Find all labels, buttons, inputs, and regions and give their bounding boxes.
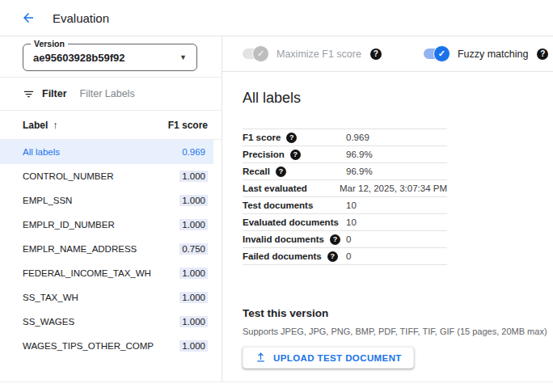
test-version-section: Test this version Supports JPEG, JPG, PN… [243,307,553,369]
metric-label: Evaluated documents [243,217,339,227]
checkmark-icon: ✓ [438,48,445,59]
table-row[interactable]: All labels 0.969 [0,140,213,164]
table-row[interactable]: CONTROL_NUMBER 1.000 [0,164,213,188]
help-icon[interactable]: ? [286,133,297,143]
metric-row: Evaluated documents 10 [243,214,447,231]
metric-value: 96.9% [346,166,373,176]
metric-label: Test documents [243,200,313,210]
help-icon[interactable]: ? [290,150,301,160]
page-title: Evaluation [53,11,109,25]
metric-row: Failed documents ? 0 [243,248,447,265]
toggle-knob: ✓ [252,45,269,62]
table-row[interactable]: EMPLR_ID_NUMBER 1.000 [0,213,213,237]
metric-row: F1 score ? 0.969 [243,129,447,146]
metric-value: 10 [346,217,357,227]
row-score: 1.000 [179,292,208,303]
supported-formats-text: Supports JPEG, JPG, PNG, BMP, PDF, TIFF,… [243,327,553,336]
row-label: SS_WAGES [23,317,74,327]
help-icon[interactable]: ? [276,166,286,177]
fuzzy-matching-label: Fuzzy matching [458,48,529,60]
row-score: 0.750 [179,243,208,255]
toggle-knob: ✓ [433,45,450,62]
table-row[interactable]: SS_TAX_WH 1.000 [0,285,213,310]
filter-input[interactable] [80,88,185,99]
maximize-f1-toggle: ✓ [243,48,267,59]
metric-label: Last evaluated [243,183,307,193]
row-label: EMPLR_NAME_ADDRESS [23,244,137,254]
checkmark-icon: ✓ [257,48,264,59]
metric-label: F1 score [243,133,281,142]
help-icon[interactable]: ? [370,48,382,60]
dropdown-caret-icon: ▼ [179,53,187,61]
filter-label: Filter [42,88,67,99]
maximize-f1-label: Maximize F1 score [276,48,361,60]
metric-value: Mar 12, 2025, 3:07:34 PM [340,183,447,193]
upload-test-document-button[interactable]: UPLOAD TEST DOCUMENT [243,347,414,369]
row-label: All labels [23,147,60,157]
metrics-table: F1 score ? 0.969 Precision ? 96.9% Recal… [243,129,447,265]
label-column-sort[interactable]: Label↑ [23,119,58,131]
back-button[interactable] [20,10,36,26]
details-panel: ✓ Maximize F1 score ? ✓ Fuzzy matching ?… [222,36,553,381]
row-label: CONTROL_NUMBER [23,171,113,181]
row-score: 1.000 [179,268,208,279]
labels-table: All labels 0.969 CONTROL_NUMBER 1.000 EM… [0,140,222,358]
metric-value: 96.9% [346,150,373,159]
upload-icon [255,352,267,364]
row-label: EMPLR_ID_NUMBER [23,220,115,230]
back-arrow-icon [21,11,36,25]
upload-button-label: UPLOAD TEST DOCUMENT [273,353,402,363]
details-heading: All labels [243,90,553,107]
row-score: 1.000 [179,219,208,230]
metric-row: Invalid documents ? 0 [243,231,447,248]
filter-bar[interactable]: Filter [0,78,222,111]
sort-ascending-icon: ↑ [53,119,58,131]
fuzzy-matching-toggle[interactable]: ✓ [424,48,448,59]
table-row[interactable]: EMPLR_NAME_ADDRESS 0.750 [0,237,213,261]
metric-value: 0 [346,234,351,244]
labels-table-header: Label↑ F1 score [0,111,222,140]
help-icon[interactable]: ? [330,234,340,245]
metric-row: Last evaluated Mar 12, 2025, 3:07:34 PM [243,180,447,197]
test-version-heading: Test this version [243,307,553,319]
row-label: EMPL_SSN [23,196,72,205]
metric-value: 0 [346,251,351,261]
labels-sidebar: Version ae95603928b59f92 ▼ Filter Label↑… [0,36,222,381]
help-icon[interactable]: ? [537,48,548,60]
metric-value: 10 [346,200,357,210]
help-icon[interactable]: ? [327,251,338,262]
version-select-label: Version [31,39,68,48]
version-select[interactable]: Version ae95603928b59f92 ▼ [23,44,197,71]
metric-row: Recall ? 96.9% [243,163,447,180]
version-section: Version ae95603928b59f92 ▼ [0,36,222,78]
table-row[interactable]: SS_WAGES 1.000 [0,310,213,334]
toggle-bar: ✓ Maximize F1 score ? ✓ Fuzzy matching ? [222,36,553,72]
metric-row: Test documents 10 [243,197,447,214]
table-row[interactable]: FEDERAL_INCOME_TAX_WH 1.000 [0,261,213,285]
page-header: Evaluation [0,0,553,36]
metric-value: 0.969 [346,133,369,142]
row-score: 1.000 [179,171,208,182]
row-score: 1.000 [179,316,208,327]
metric-label: Recall [243,166,270,176]
metric-label: Invalid documents [243,234,324,244]
table-row[interactable]: WAGES_TIPS_OTHER_COMP 1.000 [0,334,213,358]
table-row[interactable]: EMPL_SSN 1.000 [0,188,213,213]
row-label: SS_TAX_WH [23,293,78,302]
row-label: WAGES_TIPS_OTHER_COMP [23,341,154,351]
row-score: 0.969 [179,146,208,158]
label-column-header: Label [23,120,48,131]
row-label: FEDERAL_INCOME_TAX_WH [23,268,151,278]
score-column-header: F1 score [168,120,208,131]
row-score: 1.000 [179,340,208,352]
filter-icon [23,88,35,100]
metric-row: Precision ? 96.9% [243,146,447,163]
metric-label: Failed documents [243,251,322,261]
version-select-value: ae95603928b59f92 [33,52,125,64]
metric-label: Precision [243,150,285,159]
row-score: 1.000 [179,195,208,206]
